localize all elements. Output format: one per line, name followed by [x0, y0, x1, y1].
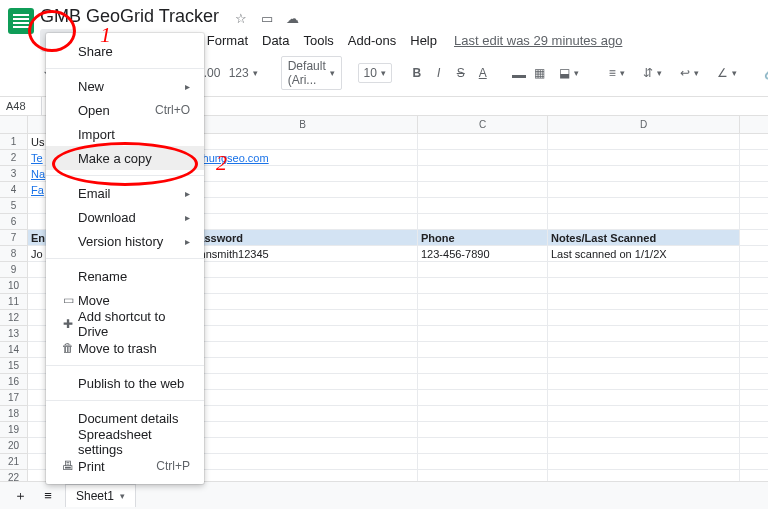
- cell[interactable]: [548, 166, 740, 181]
- cell[interactable]: [418, 150, 548, 165]
- menu-addons[interactable]: Add-ons: [341, 29, 403, 52]
- cell[interactable]: [188, 406, 418, 421]
- column-header[interactable]: B: [188, 116, 418, 133]
- row-header[interactable]: 14: [0, 342, 27, 358]
- cell[interactable]: [548, 278, 740, 293]
- insert-link-icon[interactable]: 🔗: [760, 63, 768, 83]
- menu-format[interactable]: Format: [200, 29, 255, 52]
- font-size-dropdown[interactable]: 10▾: [358, 63, 392, 83]
- valign-dropdown[interactable]: ⇵▾: [636, 63, 669, 83]
- row-header[interactable]: 11: [0, 294, 27, 310]
- cell[interactable]: [418, 326, 548, 341]
- row-header[interactable]: 16: [0, 374, 27, 390]
- cell[interactable]: [418, 134, 548, 149]
- cell[interactable]: [418, 390, 548, 405]
- menu-help[interactable]: Help: [403, 29, 444, 52]
- borders-icon[interactable]: ▦: [530, 63, 548, 83]
- cell[interactable]: [418, 214, 548, 229]
- cell[interactable]: [418, 422, 548, 437]
- cell[interactable]: [548, 390, 740, 405]
- cell[interactable]: [418, 182, 548, 197]
- row-header[interactable]: 5: [0, 198, 27, 214]
- cell[interactable]: [548, 182, 740, 197]
- add-sheet-button[interactable]: ＋: [10, 484, 31, 508]
- row-header[interactable]: 17: [0, 390, 27, 406]
- cell[interactable]: [188, 166, 418, 181]
- cell[interactable]: [188, 390, 418, 405]
- cell[interactable]: [418, 358, 548, 373]
- sheet-tab-menu-icon[interactable]: ▾: [120, 491, 125, 501]
- cell[interactable]: [418, 198, 548, 213]
- cell[interactable]: johnsmith12345: [188, 246, 418, 261]
- cell[interactable]: 123-456-7890: [418, 246, 548, 261]
- row-header[interactable]: 20: [0, 438, 27, 454]
- row-header[interactable]: 6: [0, 214, 27, 230]
- row-header[interactable]: 10: [0, 278, 27, 294]
- cell[interactable]: [188, 358, 418, 373]
- fill-color-icon[interactable]: [508, 62, 526, 84]
- row-header[interactable]: 4: [0, 182, 27, 198]
- cell[interactable]: [188, 310, 418, 325]
- column-header[interactable]: C: [418, 116, 548, 133]
- sheets-logo[interactable]: [8, 8, 34, 34]
- cell[interactable]: [188, 294, 418, 309]
- cell[interactable]: [548, 294, 740, 309]
- cell[interactable]: [548, 134, 740, 149]
- menu-item-import[interactable]: Import: [46, 122, 204, 146]
- move-folder-icon[interactable]: ▭: [259, 11, 275, 27]
- menu-item-move-to-trash[interactable]: 🗑Move to trash: [46, 336, 204, 360]
- cell[interactable]: [188, 182, 418, 197]
- cell[interactable]: [548, 406, 740, 421]
- column-header[interactable]: D: [548, 116, 740, 133]
- all-sheets-button[interactable]: ≡: [39, 485, 57, 506]
- cell[interactable]: richungseo.com: [188, 150, 418, 165]
- menu-item-make-a-copy[interactable]: Make a copy: [46, 146, 204, 170]
- wrap-dropdown[interactable]: ↩▾: [673, 63, 706, 83]
- cell[interactable]: [188, 326, 418, 341]
- cell[interactable]: [548, 438, 740, 453]
- cell[interactable]: [188, 278, 418, 293]
- menu-item-print[interactable]: 🖶PrintCtrl+P: [46, 454, 204, 478]
- cell[interactable]: [188, 134, 418, 149]
- halign-dropdown[interactable]: ≡▾: [602, 63, 632, 83]
- menu-item-open[interactable]: OpenCtrl+O: [46, 98, 204, 122]
- cell[interactable]: [548, 358, 740, 373]
- cell[interactable]: [188, 454, 418, 469]
- cell[interactable]: [548, 262, 740, 277]
- menu-item-add-shortcut[interactable]: ✚Add shortcut to Drive: [46, 312, 204, 336]
- cell[interactable]: [548, 342, 740, 357]
- cell[interactable]: [548, 374, 740, 389]
- menu-item-new[interactable]: New▸: [46, 74, 204, 98]
- cell[interactable]: [548, 326, 740, 341]
- cell[interactable]: [548, 422, 740, 437]
- menu-data[interactable]: Data: [255, 29, 296, 52]
- row-header[interactable]: 2: [0, 150, 27, 166]
- cell[interactable]: [548, 454, 740, 469]
- cell[interactable]: [418, 278, 548, 293]
- row-header[interactable]: 7: [0, 230, 27, 246]
- row-header[interactable]: 21: [0, 454, 27, 470]
- row-header[interactable]: 19: [0, 422, 27, 438]
- cell[interactable]: [418, 262, 548, 277]
- menu-item-share[interactable]: Share: [46, 39, 204, 63]
- cell[interactable]: [418, 438, 548, 453]
- cell[interactable]: Last scanned on 1/1/2X: [548, 246, 740, 261]
- star-icon[interactable]: ☆: [233, 11, 249, 27]
- row-header[interactable]: 1: [0, 134, 27, 150]
- cell[interactable]: [548, 198, 740, 213]
- cell[interactable]: [188, 342, 418, 357]
- cell[interactable]: Notes/Last Scanned: [548, 230, 740, 245]
- italic-button[interactable]: I: [430, 63, 448, 83]
- row-header[interactable]: 12: [0, 310, 27, 326]
- last-edit-link[interactable]: Last edit was 29 minutes ago: [454, 33, 622, 48]
- menu-item-download[interactable]: Download▸: [46, 205, 204, 229]
- cell[interactable]: [188, 214, 418, 229]
- cell[interactable]: [418, 342, 548, 357]
- menu-item-spreadsheet-settings[interactable]: Spreadsheet settings: [46, 430, 204, 454]
- name-box[interactable]: A48: [0, 97, 42, 115]
- cell[interactable]: [418, 310, 548, 325]
- menu-item-publish[interactable]: Publish to the web: [46, 371, 204, 395]
- cell[interactable]: [548, 214, 740, 229]
- row-header[interactable]: 18: [0, 406, 27, 422]
- cell[interactable]: [418, 374, 548, 389]
